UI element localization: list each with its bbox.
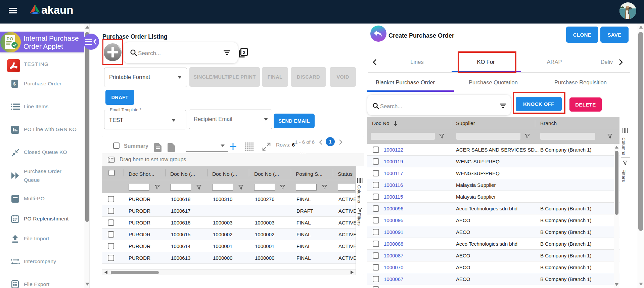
svg-text:2: 2 (243, 50, 245, 55)
svg-text:$: $ (13, 81, 16, 86)
svg-text:PO: PO (7, 36, 14, 41)
